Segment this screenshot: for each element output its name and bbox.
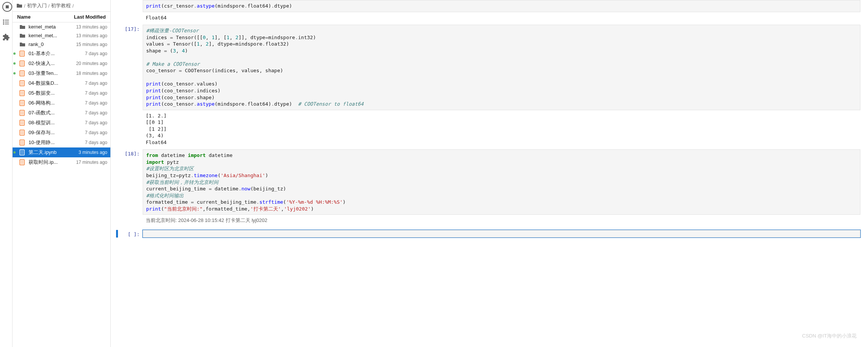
- file-name: 获取时间.ip...: [29, 159, 76, 166]
- file-modified: 3 minutes ago: [79, 150, 107, 155]
- column-name[interactable]: Name: [17, 14, 30, 20]
- file-row[interactable]: 09-保存与...7 days ago: [13, 128, 110, 138]
- notebook-icon: [19, 130, 25, 136]
- file-name: 09-保存与...: [29, 129, 85, 136]
- file-name: rank_0: [29, 41, 76, 47]
- code-cell-18: [18]: from datetime import datetime impo…: [118, 149, 860, 226]
- code-cell-fragment: print(csr_tensor.astype(mindspore.float6…: [118, 0, 860, 23]
- file-name: 02-快速入...: [29, 60, 76, 67]
- extensions-icon[interactable]: [2, 33, 10, 41]
- breadcrumb-part[interactable]: 初学入门: [27, 2, 47, 9]
- running-indicator-icon: [13, 151, 16, 154]
- file-row[interactable]: 07-函数式...7 days ago: [13, 108, 110, 118]
- code-input[interactable]: print(csr_tensor.astype(mindspore.float6…: [143, 0, 860, 12]
- svg-point-5: [3, 24, 4, 24]
- toc-icon[interactable]: [2, 18, 10, 26]
- notebook-icon: [19, 139, 25, 146]
- svg-rect-7: [21, 52, 24, 55]
- file-name: 06-网络构...: [29, 100, 85, 106]
- notebook-panel: print(csr_tensor.astype(mindspore.float6…: [111, 0, 868, 347]
- notebook-icon: [19, 60, 25, 67]
- file-modified: 17 minutes ago: [76, 160, 107, 165]
- file-modified: 7 days ago: [85, 110, 107, 116]
- svg-rect-15: [21, 91, 24, 95]
- folder-icon: [16, 3, 22, 8]
- file-name: 03-张量Ten...: [29, 70, 76, 77]
- file-name: 05-数据变...: [29, 90, 85, 97]
- cell-output: Float64: [143, 12, 860, 24]
- svg-point-3: [3, 20, 4, 21]
- stop-kernel-icon[interactable]: [2, 3, 10, 11]
- file-row[interactable]: 06-网络构...7 days ago: [13, 98, 110, 108]
- svg-rect-21: [21, 121, 24, 125]
- file-row[interactable]: 08-模型训...7 days ago: [13, 118, 110, 128]
- file-modified: 7 days ago: [85, 51, 107, 56]
- svg-point-4: [3, 22, 4, 22]
- svg-rect-25: [21, 141, 24, 144]
- file-row[interactable]: kernel_meta13 minutes ago: [13, 22, 110, 31]
- file-modified: 15 minutes ago: [76, 42, 107, 47]
- svg-rect-23: [21, 131, 24, 135]
- file-browser: / 初学入门 / 初学教程 / Name Last Modified kerne…: [13, 0, 111, 347]
- file-row[interactable]: 04-数据集D...7 days ago: [13, 78, 110, 88]
- code-cell-empty: [ ]:: [118, 230, 860, 238]
- input-prompt: [17]:: [118, 25, 143, 148]
- folder-icon: [19, 33, 25, 38]
- svg-rect-27: [21, 151, 24, 154]
- file-name: kernel_meta: [29, 24, 76, 30]
- file-row[interactable]: 05-数据变...7 days ago: [13, 88, 110, 98]
- file-row[interactable]: 获取时间.ip...17 minutes ago: [13, 157, 110, 167]
- notebook-icon: [19, 90, 25, 96]
- file-modified: 13 minutes ago: [76, 33, 107, 38]
- file-row[interactable]: kernel_met...13 minutes ago: [13, 31, 110, 40]
- file-modified: 7 days ago: [85, 120, 107, 125]
- cell-output: [1. 2.] [[0 1] [1 2]] (3, 4) Float64: [143, 110, 860, 148]
- svg-rect-13: [21, 81, 24, 85]
- running-indicator-icon: [13, 72, 16, 74]
- input-prompt: [18]:: [118, 149, 143, 226]
- file-modified: 13 minutes ago: [76, 24, 107, 30]
- file-name: 01-基本介...: [29, 50, 85, 57]
- folder-icon: [19, 24, 25, 30]
- notebook-icon: [19, 149, 25, 155]
- file-name: 07-函数式...: [29, 109, 85, 116]
- notebook-icon: [19, 110, 25, 116]
- notebook-icon: [19, 70, 25, 76]
- input-prompt: [ ]:: [118, 230, 143, 238]
- code-input[interactable]: from datetime import datetime import pyt…: [143, 149, 860, 215]
- svg-rect-17: [21, 101, 24, 105]
- file-modified: 7 days ago: [85, 140, 107, 145]
- file-modified: 7 days ago: [85, 130, 107, 135]
- file-list-header: Name Last Modified: [13, 12, 110, 22]
- column-modified[interactable]: Last Modified: [74, 14, 106, 20]
- file-modified: 7 days ago: [85, 100, 107, 106]
- activity-bar: [0, 0, 13, 347]
- running-indicator-icon: [13, 52, 16, 55]
- file-row[interactable]: 02-快速入...20 minutes ago: [13, 59, 110, 68]
- running-indicator-icon: [13, 62, 16, 65]
- code-input[interactable]: #稀疏张量-COOTensor indices = Tensor([[0, 1]…: [143, 25, 860, 110]
- file-row[interactable]: 10-使用静...7 days ago: [13, 138, 110, 147]
- file-row[interactable]: rank_015 minutes ago: [13, 40, 110, 49]
- file-name: kernel_met...: [29, 33, 76, 38]
- file-row[interactable]: 第二天.ipynb3 minutes ago: [13, 147, 110, 157]
- file-name: 第二天.ipynb: [29, 149, 79, 156]
- svg-rect-9: [21, 62, 24, 65]
- svg-rect-29: [21, 160, 24, 164]
- file-modified: 7 days ago: [85, 90, 107, 96]
- svg-rect-19: [21, 111, 24, 115]
- file-name: 04-数据集D...: [29, 80, 85, 87]
- file-name: 10-使用静...: [29, 139, 85, 146]
- folder-icon: [19, 42, 25, 47]
- file-row[interactable]: 01-基本介...7 days ago: [13, 49, 110, 59]
- breadcrumb-part[interactable]: 初学教程: [51, 2, 71, 9]
- file-modified: 18 minutes ago: [76, 71, 107, 76]
- code-cell-17: [17]: #稀疏张量-COOTensor indices = Tensor([…: [118, 25, 860, 148]
- code-input-active[interactable]: [143, 230, 860, 238]
- file-row[interactable]: 03-张量Ten...18 minutes ago: [13, 68, 110, 78]
- notebook-icon: [19, 51, 25, 57]
- file-modified: 20 minutes ago: [76, 61, 107, 66]
- file-modified: 7 days ago: [85, 81, 107, 86]
- notebook-icon: [19, 159, 25, 165]
- breadcrumb[interactable]: / 初学入门 / 初学教程 /: [13, 0, 110, 12]
